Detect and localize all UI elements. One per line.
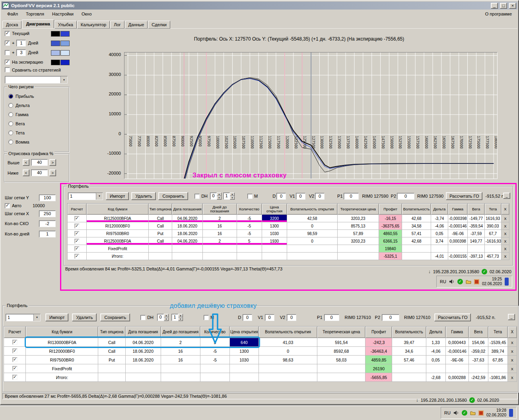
plus1-days-color-swatch-1[interactable] xyxy=(51,41,60,46)
delete-row-button[interactable]: X xyxy=(504,247,506,251)
render-1-decrease-button[interactable]: < xyxy=(23,169,29,176)
current-curve-color-swatch-1[interactable] xyxy=(51,31,60,37)
spin-down-icon[interactable]: ▼ xyxy=(164,317,169,321)
folder-icon[interactable] xyxy=(470,410,476,415)
column-header[interactable]: Дней до погашения xyxy=(161,327,200,338)
import-button[interactable]: Импорт xyxy=(45,313,68,321)
column-header[interactable]: Гамма xyxy=(445,327,468,338)
save-button[interactable]: Сохранить xyxy=(158,192,188,200)
expiration-curve-checkbox[interactable] xyxy=(5,60,10,65)
import-button[interactable]: Импорт xyxy=(106,192,129,200)
draw-option-4-radio[interactable] xyxy=(8,130,13,135)
dh-spinner-0[interactable]: 0▲▼ xyxy=(157,314,169,321)
param-V2-field[interactable]: 0 xyxy=(287,314,296,321)
inset-row[interactable]: Итого:-5325,1-4,01-0,000155-397,13457,73… xyxy=(68,253,509,260)
row-calc-checkbox[interactable] xyxy=(74,246,79,251)
spin-down-icon[interactable]: ▼ xyxy=(178,317,183,321)
red-app-icon[interactable] xyxy=(474,279,479,284)
render-0-decrease-button[interactable]: < xyxy=(23,159,29,166)
portfolio-preset-select[interactable]: 1▼ xyxy=(6,314,41,321)
delete-row-button[interactable]: X xyxy=(511,367,513,371)
expiration-curve-color-swatch-1[interactable] xyxy=(51,60,60,65)
portfolio-row[interactable]: Итого:-5655,85-2,680,000288-242,59-1081,… xyxy=(4,373,517,382)
render-0-field[interactable]: 40 xyxy=(31,159,48,166)
minimize-button[interactable]: _ xyxy=(491,3,498,9)
param-P2-field[interactable]: 0 xyxy=(382,314,399,321)
language-indicator[interactable]: RU xyxy=(444,410,451,415)
column-header[interactable]: Профит xyxy=(379,204,402,215)
folder-icon[interactable] xyxy=(466,279,471,284)
column-header[interactable]: Волатильность xyxy=(392,327,426,338)
menu-item-2[interactable]: Настройки xyxy=(48,10,78,18)
speaker-icon[interactable] xyxy=(449,279,455,284)
param-V1-field[interactable]: 0 xyxy=(265,314,274,321)
plus3-days-color-swatch-1[interactable] xyxy=(51,50,60,56)
dh-spinner-0-value[interactable]: 0 xyxy=(210,192,217,200)
inset-row[interactable]: RI125000BF0ACall04.06.20202-5320042,5832… xyxy=(68,215,509,222)
sko-count-field[interactable]: -2 xyxy=(39,220,56,227)
collapse-panel-button[interactable]: _ xyxy=(503,192,510,199)
render-1-field[interactable]: 40 xyxy=(31,169,48,176)
calc-go-button[interactable]: Рассчитать ГО xyxy=(434,313,471,321)
spin-up-icon[interactable]: ▲ xyxy=(164,314,169,317)
render-1-increase-button[interactable]: > xyxy=(49,169,56,176)
draw-option-3-radio[interactable] xyxy=(8,121,13,126)
row-calc-checkbox[interactable] xyxy=(74,239,79,243)
draw-option-1-radio[interactable] xyxy=(8,103,13,108)
grid-step-x-field[interactable]: 250 xyxy=(39,210,56,217)
tray-clock[interactable]: 19:2802.06.2020 xyxy=(486,408,506,418)
auto-checkbox[interactable] xyxy=(5,203,10,208)
tray-blue-icon[interactable] xyxy=(509,409,513,417)
expiration-curve-color-swatch-2[interactable] xyxy=(60,60,70,65)
column-header[interactable]: Теоретическая цена xyxy=(337,204,379,215)
chevron-down-icon[interactable]: ▼ xyxy=(33,314,40,321)
row-calc-checkbox[interactable] xyxy=(74,224,79,228)
portfolio-row[interactable]: FixedProfit26190X xyxy=(4,364,517,373)
column-header[interactable]: Количество xyxy=(237,204,262,215)
spin-down-icon[interactable]: ▼ xyxy=(230,196,235,200)
column-header[interactable]: Теоретическая цена xyxy=(317,327,365,338)
column-header[interactable]: Волатильность открытия xyxy=(287,204,338,215)
tray-clock[interactable]: 19:2502.06.2020 xyxy=(482,277,502,287)
column-header[interactable]: Код бумаги xyxy=(86,204,149,215)
days-count-field[interactable]: 1 xyxy=(39,231,56,237)
delete-row-button[interactable]: X xyxy=(504,255,506,259)
portfolio-row[interactable]: RI120000BF0Call18.06.202016-5130008592,6… xyxy=(4,347,517,356)
chevron-down-icon[interactable]: ▼ xyxy=(60,76,67,83)
spin-up-icon[interactable]: ▲ xyxy=(230,192,235,196)
param-P1-field[interactable]: 0 xyxy=(324,314,339,321)
strategy-select[interactable]: ▼ xyxy=(5,76,68,84)
delete-row-button[interactable]: X xyxy=(511,376,513,380)
param-V1-field[interactable]: 0 xyxy=(296,193,305,200)
green-check-icon[interactable]: ✓ xyxy=(457,279,463,284)
column-header[interactable]: Расчет xyxy=(68,204,87,215)
close-button[interactable]: × xyxy=(509,3,516,9)
plus1-days-color-swatch-2[interactable] xyxy=(60,41,70,46)
calc-go-button[interactable]: Рассчитать ГО xyxy=(446,192,482,200)
plus3-days-color-swatch-2[interactable] xyxy=(60,50,70,56)
row-calc-checkbox[interactable] xyxy=(74,254,79,259)
delete-row-button[interactable]: X xyxy=(504,224,506,228)
column-header[interactable]: Дельта xyxy=(431,204,448,215)
column-header[interactable]: Дата погашения xyxy=(172,204,203,215)
tab-Сделки[interactable]: Сделки xyxy=(148,21,170,29)
dh-spinner-1[interactable]: 1▲▼ xyxy=(223,192,235,200)
save-button[interactable]: Сохранить xyxy=(100,313,130,321)
tab-Лог[interactable]: Лог xyxy=(110,21,124,29)
draw-option-2-radio[interactable] xyxy=(8,112,13,117)
portfolio-row[interactable]: RI97500BR0Put18.06.202016-5103098,6358,0… xyxy=(4,356,517,364)
column-header[interactable]: X xyxy=(501,204,509,215)
param-V2-field[interactable]: 0 xyxy=(315,193,325,200)
column-header[interactable]: Профит xyxy=(365,327,392,338)
collapse-panel-button[interactable]: _ xyxy=(508,314,515,320)
row-calc-checkbox[interactable] xyxy=(74,231,79,236)
delete-button[interactable]: Удалить xyxy=(72,313,97,321)
param-D-field[interactable]: 0 xyxy=(276,193,286,200)
draw-option-5-radio[interactable] xyxy=(8,140,13,144)
dh-spinner-1-value[interactable]: 1 xyxy=(223,192,230,200)
column-header[interactable]: Дата погашения xyxy=(125,327,161,338)
delete-row-button[interactable]: X xyxy=(504,239,506,243)
dh-checkbox[interactable] xyxy=(194,194,200,199)
grid-step-y-field[interactable]: 100 xyxy=(39,194,56,201)
render-0-increase-button[interactable]: > xyxy=(49,159,56,166)
